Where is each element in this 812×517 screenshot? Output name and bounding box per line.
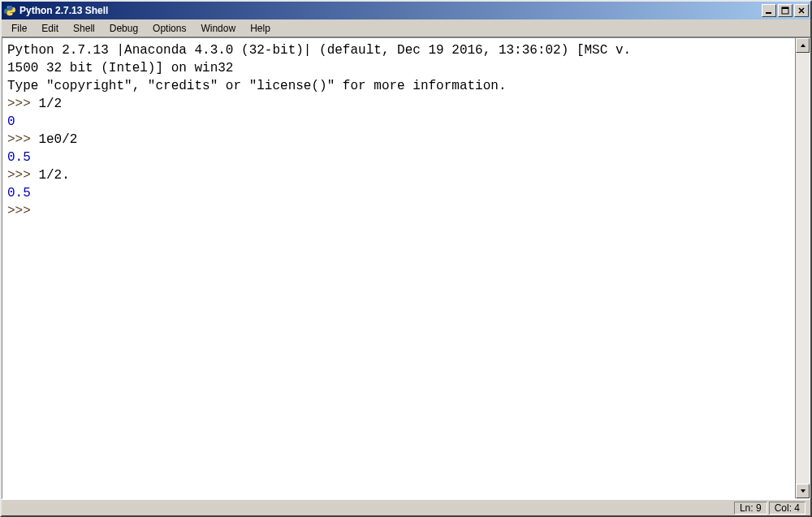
shell-editor[interactable]: Python 2.7.13 |Anaconda 4.3.0 (32-bit)| … <box>2 38 795 498</box>
menu-edit[interactable]: Edit <box>35 21 65 36</box>
status-line: Ln: 9 <box>734 502 767 515</box>
col-value: 4 <box>794 502 800 514</box>
titlebar[interactable]: Python 2.7.13 Shell <box>2 2 810 19</box>
col-label: Col: <box>775 502 792 514</box>
output-text: 0 <box>7 114 15 129</box>
statusbar: Ln: 9 Col: 4 <box>2 499 810 515</box>
svg-rect-2 <box>766 12 771 14</box>
menu-debug[interactable]: Debug <box>103 21 145 36</box>
prompt: >>> <box>7 132 38 147</box>
window-controls <box>762 4 809 17</box>
app-window: Python 2.7.13 Shell File Edit Shell Debu… <box>0 0 812 517</box>
menu-shell[interactable]: Shell <box>67 21 102 36</box>
svg-point-1 <box>11 14 12 15</box>
output-text: 0.5 <box>7 186 31 200</box>
banner-text: 1500 32 bit (Intel)] on win32 <box>7 61 233 75</box>
menu-file[interactable]: File <box>5 21 33 36</box>
scroll-track[interactable] <box>796 53 810 484</box>
scroll-up-button[interactable] <box>796 38 810 53</box>
work-area: Python 2.7.13 |Anaconda 4.3.0 (32-bit)| … <box>2 37 810 499</box>
prompt: >>> <box>7 168 38 183</box>
output-text: 0.5 <box>7 150 31 165</box>
banner-text: Python 2.7.13 |Anaconda 4.3.0 (32-bit)| … <box>7 43 631 58</box>
ln-label: Ln: <box>740 502 754 514</box>
window-title: Python 2.7.13 Shell <box>19 5 762 16</box>
close-button[interactable] <box>794 4 809 17</box>
input-text: 1/2 <box>38 97 62 111</box>
minimize-button[interactable] <box>762 4 776 17</box>
menu-help[interactable]: Help <box>244 21 277 36</box>
menubar: File Edit Shell Debug Options Window Hel… <box>2 19 810 37</box>
input-text: 1/2. <box>38 168 69 183</box>
prompt: >>> <box>7 97 38 111</box>
vertical-scrollbar[interactable] <box>795 38 810 498</box>
input-text: 1e0/2 <box>38 132 77 147</box>
svg-rect-4 <box>782 7 788 9</box>
scroll-down-button[interactable] <box>796 484 810 498</box>
menu-options[interactable]: Options <box>146 21 192 36</box>
status-col: Col: 4 <box>769 502 806 515</box>
menu-window[interactable]: Window <box>194 21 242 36</box>
banner-text: Type "copyright", "credits" or "license(… <box>7 79 507 93</box>
maximize-button[interactable] <box>778 4 793 17</box>
python-icon <box>3 4 16 17</box>
svg-point-0 <box>7 6 8 7</box>
ln-value: 9 <box>756 502 762 514</box>
prompt: >>> <box>7 204 38 218</box>
